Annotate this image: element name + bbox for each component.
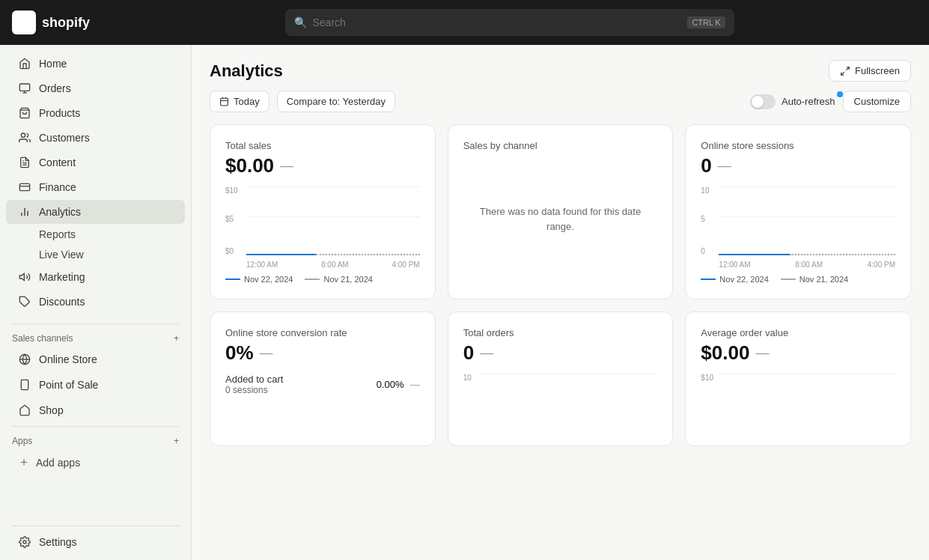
sessions-value: 0 [701,154,711,177]
sidebar-sub-reports[interactable]: Reports [6,225,185,244]
toggle-knob [752,96,764,108]
home-icon [18,57,31,70]
apps-chevron[interactable]: + [174,436,179,446]
svg-point-4 [21,133,25,137]
total-sales-legend: Nov 22, 2024 Nov 21, 2024 [225,275,420,284]
total-sales-line-dotted [316,254,420,255]
sales-by-channel-no-data: There was no data found for this date ra… [463,189,658,249]
settings-icon [18,535,31,549]
total-sales-chart: $10 $5 $0 12:00 AM 8:00 AM 4:00 PM [225,186,420,269]
logo: shopify [12,10,90,34]
sidebar-item-customers[interactable]: Customers [6,126,185,150]
total-sales-card: Total sales $0.00 — $10 $5 $0 [210,124,436,299]
apps-section: Apps + [0,430,191,449]
fullscreen-button[interactable]: Fullscreen [829,60,911,82]
sidebar-item-finance[interactable]: Finance [6,175,185,199]
total-orders-chart: 10 [463,374,658,419]
sessions-title: Online store sessions [701,140,895,151]
sidebar-item-content[interactable]: Content [6,150,185,174]
marketing-icon [18,270,31,284]
sidebar-sub-live-view[interactable]: Live View [6,245,185,264]
svg-rect-21 [221,98,228,106]
sidebar-item-settings[interactable]: Settings [6,530,185,554]
sessions-y-top: 10 [701,186,709,195]
added-to-cart-sessions: 0 sessions [225,385,283,395]
sessions-legend-dotted: Nov 21, 2024 [781,275,848,284]
added-to-cart-label: Added to cart [225,374,283,385]
avg-order-value-title: Average order value [701,327,895,338]
sales-by-channel-title: Sales by channel [463,140,658,151]
search-shortcut-badge: CTRL K [687,16,725,28]
average-order-value-card: Average order value $0.00 — $10 [685,311,911,446]
svg-line-19 [846,67,849,70]
sidebar-products-label: Products [39,107,80,119]
sessions-y-bot: 0 [701,247,705,255]
compare-button[interactable]: Compare to: Yesterday [277,91,395,112]
sidebar-divider-2 [12,426,179,427]
analytics-icon [18,205,31,219]
conversion-rate-title: Online store conversion rate [225,327,420,338]
calendar-icon [219,97,229,106]
conversion-rate-sub-row: Added to cart 0 sessions 0.00% — [225,374,420,395]
total-orders-value: 0 [463,341,474,365]
total-sales-y-mid: $5 [225,215,234,223]
sessions-chart: 10 5 0 12:00 AM 8:00 AM 4:00 PM [701,186,895,269]
main-content: Analytics Fullscreen Today Compare to: Y… [192,45,929,560]
sessions-dash: — [718,158,731,174]
logo-text: shopify [42,15,90,31]
sales-channels-chevron[interactable]: + [174,333,179,344]
avg-order-value-row: $0.00 — [701,341,895,365]
sidebar-item-online-store[interactable]: Online Store [6,347,185,371]
legend-dotted-date: Nov 21, 2024 [323,275,372,284]
sidebar-item-orders[interactable]: Orders [6,76,185,100]
total-sales-dash: — [280,158,293,174]
sessions-legend-solid-line [701,279,716,280]
total-sales-value-row: $0.00 — [225,154,420,177]
sidebar-live-view-label: Live View [39,249,84,261]
sales-channels-label: Sales channels [12,333,73,344]
fullscreen-icon [840,66,850,76]
sessions-legend-solid: Nov 22, 2024 [701,275,768,284]
sidebar-item-shop[interactable]: Shop [6,398,185,422]
sidebar-item-point-of-sale[interactable]: Point of Sale [6,373,185,397]
sidebar-item-analytics[interactable]: Analytics [6,200,185,224]
add-apps-button[interactable]: ＋ Add apps [6,450,185,475]
avg-order-dash: — [755,345,769,361]
total-orders-card: Total orders 0 — 10 [448,311,674,446]
search-icon: 🔍 [294,16,307,28]
sidebar-customers-label: Customers [39,132,90,144]
sessions-legend: Nov 22, 2024 Nov 21, 2024 [701,275,895,284]
auto-refresh-toggle[interactable] [750,94,776,109]
sessions-chart-area [719,186,895,255]
sidebar-item-products[interactable]: Products [6,101,185,125]
conversion-rate-value-row: 0% — [225,341,420,365]
total-sales-value: $0.00 [225,154,274,177]
search-input[interactable] [313,16,682,28]
auto-refresh-container: Auto-refresh [750,94,835,109]
topbar: shopify 🔍 CTRL K [0,0,929,45]
sidebar-item-discounts[interactable]: Discounts [6,290,185,314]
customize-button[interactable]: Customize [843,91,911,112]
sidebar-pos-label: Point of Sale [39,379,98,391]
avg-order-chart: $10 [701,374,895,419]
settings-label: Settings [39,536,77,548]
sessions-value-row: 0 — [701,154,895,177]
sidebar-divider-3 [12,526,179,526]
discounts-icon [18,295,31,308]
sidebar-item-home[interactable]: Home [6,52,185,76]
sidebar-item-marketing[interactable]: Marketing [6,265,185,289]
legend-dotted: Nov 21, 2024 [305,275,372,284]
search-bar[interactable]: 🔍 CTRL K [285,9,734,36]
sidebar-discounts-label: Discounts [39,296,85,308]
sidebar-reports-label: Reports [39,228,76,240]
conversion-rate-card: Online store conversion rate 0% — Added … [210,311,436,446]
pos-icon [18,378,31,392]
toolbar-right: Auto-refresh Customize [750,91,911,112]
legend-solid: Nov 22, 2024 [225,275,293,284]
sidebar-marketing-label: Marketing [39,271,85,283]
today-button[interactable]: Today [210,91,269,112]
total-sales-y-bot: $0 [225,247,234,255]
auto-refresh-dot [837,91,843,97]
total-sales-chart-area [246,186,420,255]
sidebar-nav: Home Orders Products Customers [0,45,191,320]
